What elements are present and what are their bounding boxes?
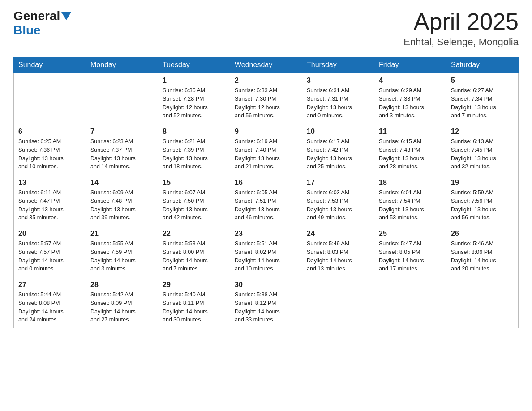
calendar-day-18: 18Sunrise: 6:01 AM Sunset: 7:54 PM Dayli… xyxy=(374,175,446,226)
day-info: Sunrise: 5:59 AM Sunset: 7:56 PM Dayligh… xyxy=(451,188,514,222)
day-number: 30 xyxy=(235,281,297,289)
day-info: Sunrise: 5:38 AM Sunset: 8:12 PM Dayligh… xyxy=(235,291,297,324)
day-info: Sunrise: 6:05 AM Sunset: 7:51 PM Dayligh… xyxy=(235,188,297,222)
day-info: Sunrise: 6:23 AM Sunset: 7:37 PM Dayligh… xyxy=(90,137,153,171)
day-number: 2 xyxy=(235,77,297,85)
calendar-day-26: 26Sunrise: 5:46 AM Sunset: 8:06 PM Dayli… xyxy=(446,226,519,277)
day-info: Sunrise: 6:11 AM Sunset: 7:47 PM Dayligh… xyxy=(18,188,81,222)
calendar-title: April 2025 xyxy=(403,9,519,34)
day-number: 22 xyxy=(163,230,225,238)
day-info: Sunrise: 5:40 AM Sunset: 8:11 PM Dayligh… xyxy=(163,291,225,324)
day-info: Sunrise: 6:07 AM Sunset: 7:50 PM Dayligh… xyxy=(163,188,225,222)
calendar-day-22: 22Sunrise: 5:53 AM Sunset: 8:00 PM Dayli… xyxy=(158,226,230,277)
day-info: Sunrise: 6:15 AM Sunset: 7:43 PM Dayligh… xyxy=(379,137,442,171)
logo-blue-text: Blue xyxy=(13,23,41,37)
day-info: Sunrise: 6:13 AM Sunset: 7:45 PM Dayligh… xyxy=(451,137,514,171)
calendar-day-17: 17Sunrise: 6:03 AM Sunset: 7:53 PM Dayli… xyxy=(302,175,374,226)
day-number: 19 xyxy=(451,179,514,187)
day-info: Sunrise: 5:49 AM Sunset: 8:03 PM Dayligh… xyxy=(307,240,369,273)
calendar-empty-cell xyxy=(374,277,446,328)
day-number: 26 xyxy=(451,230,514,238)
calendar-week-row: 13Sunrise: 6:11 AM Sunset: 7:47 PM Dayli… xyxy=(14,175,519,226)
calendar-day-7: 7Sunrise: 6:23 AM Sunset: 7:37 PM Daylig… xyxy=(86,124,158,175)
day-number: 11 xyxy=(379,128,442,136)
day-info: Sunrise: 6:29 AM Sunset: 7:33 PM Dayligh… xyxy=(379,86,442,120)
day-info: Sunrise: 6:36 AM Sunset: 7:28 PM Dayligh… xyxy=(163,86,225,120)
calendar-empty-cell xyxy=(302,277,374,328)
calendar-header-sunday: Sunday xyxy=(14,57,86,73)
calendar-header-friday: Friday xyxy=(374,57,446,73)
day-info: Sunrise: 6:21 AM Sunset: 7:39 PM Dayligh… xyxy=(163,137,225,171)
day-info: Sunrise: 6:09 AM Sunset: 7:48 PM Dayligh… xyxy=(90,188,153,222)
day-number: 10 xyxy=(307,128,369,136)
day-number: 15 xyxy=(163,179,225,187)
calendar-week-row: 6Sunrise: 6:25 AM Sunset: 7:36 PM Daylig… xyxy=(14,124,519,175)
calendar-day-1: 1Sunrise: 6:36 AM Sunset: 7:28 PM Daylig… xyxy=(158,73,230,124)
day-number: 28 xyxy=(90,281,153,289)
calendar-table: SundayMondayTuesdayWednesdayThursdayFrid… xyxy=(13,57,519,328)
calendar-day-10: 10Sunrise: 6:17 AM Sunset: 7:42 PM Dayli… xyxy=(302,124,374,175)
calendar-day-16: 16Sunrise: 6:05 AM Sunset: 7:51 PM Dayli… xyxy=(230,175,302,226)
calendar-day-28: 28Sunrise: 5:42 AM Sunset: 8:09 PM Dayli… xyxy=(86,277,158,328)
calendar-empty-cell xyxy=(446,277,519,328)
day-number: 6 xyxy=(18,128,81,136)
day-info: Sunrise: 6:25 AM Sunset: 7:36 PM Dayligh… xyxy=(18,137,81,171)
day-info: Sunrise: 5:42 AM Sunset: 8:09 PM Dayligh… xyxy=(90,291,153,324)
calendar-day-14: 14Sunrise: 6:09 AM Sunset: 7:48 PM Dayli… xyxy=(86,175,158,226)
calendar-day-20: 20Sunrise: 5:57 AM Sunset: 7:57 PM Dayli… xyxy=(14,226,86,277)
day-info: Sunrise: 6:01 AM Sunset: 7:54 PM Dayligh… xyxy=(379,188,442,222)
day-number: 8 xyxy=(163,128,225,136)
calendar-empty-cell xyxy=(86,73,158,124)
calendar-week-row: 20Sunrise: 5:57 AM Sunset: 7:57 PM Dayli… xyxy=(14,226,519,277)
day-number: 5 xyxy=(451,77,514,85)
day-number: 13 xyxy=(18,179,81,187)
day-number: 25 xyxy=(379,230,442,238)
calendar-header-row: SundayMondayTuesdayWednesdayThursdayFrid… xyxy=(14,57,519,73)
day-info: Sunrise: 6:31 AM Sunset: 7:31 PM Dayligh… xyxy=(307,86,369,120)
day-info: Sunrise: 6:27 AM Sunset: 7:34 PM Dayligh… xyxy=(451,86,514,120)
calendar-day-13: 13Sunrise: 6:11 AM Sunset: 7:47 PM Dayli… xyxy=(14,175,86,226)
calendar-day-9: 9Sunrise: 6:19 AM Sunset: 7:40 PM Daylig… xyxy=(230,124,302,175)
day-number: 27 xyxy=(18,281,81,289)
day-number: 17 xyxy=(307,179,369,187)
day-number: 29 xyxy=(163,281,225,289)
calendar-day-19: 19Sunrise: 5:59 AM Sunset: 7:56 PM Dayli… xyxy=(446,175,519,226)
calendar-day-6: 6Sunrise: 6:25 AM Sunset: 7:36 PM Daylig… xyxy=(14,124,86,175)
day-info: Sunrise: 5:57 AM Sunset: 7:57 PM Dayligh… xyxy=(18,240,81,273)
calendar-day-15: 15Sunrise: 6:07 AM Sunset: 7:50 PM Dayli… xyxy=(158,175,230,226)
day-number: 23 xyxy=(235,230,297,238)
day-info: Sunrise: 6:03 AM Sunset: 7:53 PM Dayligh… xyxy=(307,188,369,222)
day-number: 3 xyxy=(307,77,369,85)
calendar-day-12: 12Sunrise: 6:13 AM Sunset: 7:45 PM Dayli… xyxy=(446,124,519,175)
logo-triangle-icon xyxy=(61,12,71,20)
logo-general-text: General xyxy=(13,9,60,23)
calendar-day-24: 24Sunrise: 5:49 AM Sunset: 8:03 PM Dayli… xyxy=(302,226,374,277)
calendar-day-27: 27Sunrise: 5:44 AM Sunset: 8:08 PM Dayli… xyxy=(14,277,86,328)
calendar-location: Enhtal, Selenge, Mongolia xyxy=(403,36,519,48)
day-info: Sunrise: 5:47 AM Sunset: 8:05 PM Dayligh… xyxy=(379,240,442,273)
day-info: Sunrise: 5:46 AM Sunset: 8:06 PM Dayligh… xyxy=(451,240,514,273)
calendar-header-monday: Monday xyxy=(86,57,158,73)
day-number: 14 xyxy=(90,179,153,187)
day-info: Sunrise: 5:44 AM Sunset: 8:08 PM Dayligh… xyxy=(18,291,81,324)
day-number: 21 xyxy=(90,230,153,238)
day-info: Sunrise: 5:51 AM Sunset: 8:02 PM Dayligh… xyxy=(235,240,297,273)
calendar-day-25: 25Sunrise: 5:47 AM Sunset: 8:05 PM Dayli… xyxy=(374,226,446,277)
day-number: 12 xyxy=(451,128,514,136)
logo: General Blue xyxy=(13,9,71,38)
calendar-week-row: 1Sunrise: 6:36 AM Sunset: 7:28 PM Daylig… xyxy=(14,73,519,124)
day-number: 7 xyxy=(90,128,153,136)
day-info: Sunrise: 6:33 AM Sunset: 7:30 PM Dayligh… xyxy=(235,86,297,120)
calendar-day-30: 30Sunrise: 5:38 AM Sunset: 8:12 PM Dayli… xyxy=(230,277,302,328)
calendar-header-thursday: Thursday xyxy=(302,57,374,73)
calendar-day-3: 3Sunrise: 6:31 AM Sunset: 7:31 PM Daylig… xyxy=(302,73,374,124)
calendar-day-29: 29Sunrise: 5:40 AM Sunset: 8:11 PM Dayli… xyxy=(158,277,230,328)
title-block: April 2025 Enhtal, Selenge, Mongolia xyxy=(403,9,519,48)
page-header: General Blue April 2025 Enhtal, Selenge,… xyxy=(13,9,519,48)
calendar-day-4: 4Sunrise: 6:29 AM Sunset: 7:33 PM Daylig… xyxy=(374,73,446,124)
calendar-week-row: 27Sunrise: 5:44 AM Sunset: 8:08 PM Dayli… xyxy=(14,277,519,328)
calendar-day-11: 11Sunrise: 6:15 AM Sunset: 7:43 PM Dayli… xyxy=(374,124,446,175)
calendar-day-23: 23Sunrise: 5:51 AM Sunset: 8:02 PM Dayli… xyxy=(230,226,302,277)
calendar-header-wednesday: Wednesday xyxy=(230,57,302,73)
calendar-header-tuesday: Tuesday xyxy=(158,57,230,73)
